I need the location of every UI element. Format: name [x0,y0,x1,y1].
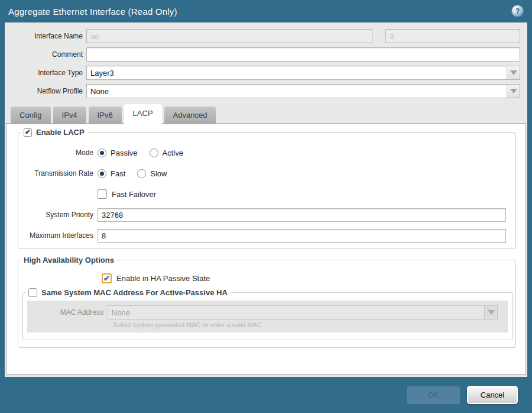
tab-lacp[interactable]: LACP [124,104,162,124]
interface-name-input [86,29,372,43]
netflow-profile-row: Netflow Profile None [5,84,527,98]
comment-label: Comment [5,50,86,59]
mode-label: Mode [18,149,98,157]
aggregate-ethernet-interface-dialog: Aggregate Ethernet Interface (Read Only)… [0,0,532,413]
enable-lacp-checkbox[interactable] [24,128,32,137]
fast-failover-label[interactable]: Fast Failover [112,190,156,199]
maximum-interfaces-row: Maximum Interfaces [18,228,515,243]
mode-passive-label: Passive [111,149,138,157]
top-form: Interface Name Comment Interface Type La… [5,22,527,98]
maximum-interfaces-label: Maximum Interfaces [18,231,98,240]
cancel-button[interactable]: Cancel [467,386,518,404]
mac-address-disabled-block: MAC Address None Select system generated… [27,301,508,333]
transmission-rate-row: Transmission Rate Fast Slow [18,166,515,180]
interface-name-row: Interface Name [5,29,527,43]
enable-lacp-label[interactable]: Enable LACP [36,128,85,137]
title-bar: Aggregate Ethernet Interface (Read Only)… [0,0,532,22]
tab-ipv4[interactable]: IPv4 [53,107,86,124]
radio-icon[interactable] [98,169,106,178]
netflow-profile-label: Netflow Profile [5,87,86,95]
same-system-mac-fieldset: Same System MAC Address For Active-Passi… [22,288,513,340]
transmission-rate-label: Transmission Rate [18,169,98,178]
tab-advanced[interactable]: Advanced [164,107,216,124]
interface-type-value: Layer3 [90,69,114,78]
interface-number-input [385,29,520,43]
mac-address-row: MAC Address None [27,305,508,320]
mac-address-label: MAC Address [27,308,108,317]
fast-failover-checkbox[interactable] [98,189,107,199]
maximum-interfaces-input[interactable] [98,229,506,243]
enable-ha-passive-label[interactable]: Enable in HA Passive State [116,274,210,283]
dialog-content: Interface Name Comment Interface Type La… [5,22,527,377]
same-system-mac-checkbox[interactable] [28,288,37,297]
chevron-down-icon[interactable] [507,66,520,79]
mode-passive-radio[interactable]: Passive [98,149,138,157]
high-availability-fieldset: High Availability Options Enable in HA P… [18,256,516,348]
high-availability-legend: High Availability Options [21,256,117,264]
mac-address-hint: Select system generated MAC or enter a v… [113,321,508,328]
chevron-down-icon[interactable] [507,85,520,98]
enable-lacp-fieldset: Enable LACP Mode Passive Active [18,128,516,249]
netflow-profile-select[interactable]: None [86,84,520,98]
mac-address-value: None [112,308,130,317]
system-priority-row: System Priority [18,208,515,222]
interface-type-row: Interface Type Layer3 [5,66,527,80]
tab-strip: Config IPv4 IPv6 LACP Advanced [11,104,216,124]
comment-input[interactable] [86,47,520,62]
rate-slow-radio[interactable]: Slow [137,169,167,178]
radio-icon[interactable] [137,169,146,178]
mode-active-radio[interactable]: Active [150,149,183,157]
same-system-mac-legend: Same System MAC Address For Active-Passi… [25,288,231,297]
radio-icon[interactable] [98,149,106,157]
tab-config[interactable]: Config [11,107,51,124]
enable-lacp-legend: Enable LACP [21,128,87,137]
system-priority-input[interactable] [98,208,506,222]
mode-active-label: Active [163,149,183,157]
radio-icon[interactable] [150,149,158,157]
tab-ipv6[interactable]: IPv6 [89,107,122,124]
interface-type-select[interactable]: Layer3 [86,66,520,80]
enable-ha-passive-row: Enable in HA Passive State [102,273,515,283]
dialog-title: Aggregate Ethernet Interface (Read Only) [8,7,177,17]
dialog-footer: OK Cancel [0,377,532,413]
netflow-profile-value: None [90,87,109,96]
help-icon[interactable]: ? [512,5,523,17]
comment-row: Comment [5,47,527,62]
mode-row: Mode Passive Active [18,146,515,160]
interface-type-label: Interface Type [5,69,86,77]
rate-fast-label: Fast [111,169,125,178]
same-system-mac-label[interactable]: Same System MAC Address For Active-Passi… [41,288,228,297]
system-priority-label: System Priority [18,211,98,219]
high-availability-title: High Availability Options [24,256,114,264]
rate-slow-label: Slow [150,169,167,178]
rate-fast-radio[interactable]: Fast [98,169,125,178]
mac-address-select: None [108,305,498,320]
chevron-down-icon [484,306,497,319]
fast-failover-row: Fast Failover [18,187,515,201]
lacp-tab-panel: Enable LACP Mode Passive Active [6,123,526,375]
enable-ha-passive-checkbox[interactable] [102,273,112,283]
ok-button: OK [407,386,460,404]
interface-name-label: Interface Name [5,32,86,40]
